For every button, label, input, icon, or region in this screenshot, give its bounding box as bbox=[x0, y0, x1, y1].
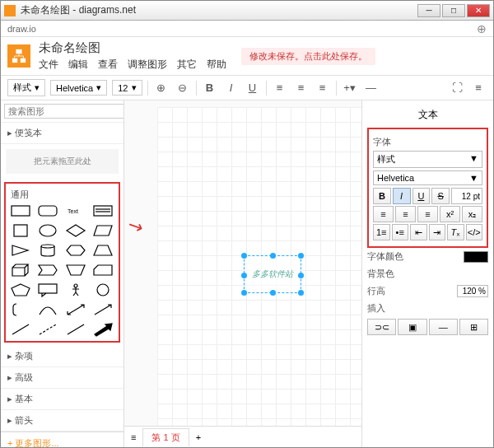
resize-handle[interactable] bbox=[241, 273, 247, 278]
clear-format[interactable]: Tₓ bbox=[447, 224, 464, 240]
subscript-button[interactable]: x₂ bbox=[462, 206, 482, 222]
shape-hexagon[interactable] bbox=[64, 242, 87, 259]
zoom-in-icon[interactable]: ⊕ bbox=[153, 80, 170, 96]
close-button[interactable]: ✕ bbox=[467, 4, 490, 17]
style-select[interactable]: 样式 ▾ bbox=[7, 79, 45, 96]
minimize-button[interactable]: ─ bbox=[417, 4, 440, 17]
underline-icon[interactable]: U bbox=[245, 80, 261, 96]
selected-shape[interactable]: 多多软件站 bbox=[244, 255, 301, 293]
fontsize-select[interactable]: 12 ▾ bbox=[112, 80, 142, 96]
maximize-button[interactable]: □ bbox=[442, 4, 465, 17]
fontfamily-select[interactable]: Helvetica▼ bbox=[373, 170, 482, 185]
style-select-panel[interactable]: 样式▼ bbox=[373, 151, 482, 168]
shape-line2[interactable] bbox=[64, 321, 87, 338]
shape-arrow1[interactable] bbox=[91, 301, 114, 318]
unsaved-warning[interactable]: 修改未保存。点击此处保存。 bbox=[241, 48, 375, 65]
advanced-section[interactable]: ▸ 高级 bbox=[1, 367, 124, 389]
halign-right[interactable]: ≡ bbox=[417, 206, 438, 222]
document-title[interactable]: 未命名绘图 bbox=[39, 40, 226, 56]
line-icon[interactable]: — bbox=[363, 80, 380, 96]
shape-text[interactable]: Text bbox=[64, 203, 87, 219]
resize-handle[interactable] bbox=[298, 273, 304, 278]
shape-step[interactable] bbox=[36, 262, 59, 278]
search-input[interactable] bbox=[4, 104, 124, 119]
resize-handle[interactable] bbox=[270, 253, 276, 259]
align-center-icon[interactable]: ≡ bbox=[293, 80, 310, 96]
shape-actor[interactable] bbox=[64, 282, 87, 298]
shape-arrow2[interactable] bbox=[64, 301, 87, 318]
insert-table[interactable]: ⊞ bbox=[459, 319, 488, 335]
shape-textbox[interactable] bbox=[91, 203, 114, 219]
basic-section[interactable]: ▸ 基本 bbox=[1, 389, 124, 410]
shape-ellipse[interactable] bbox=[36, 222, 59, 239]
shape-rect[interactable] bbox=[9, 203, 32, 219]
bold-icon[interactable]: B bbox=[202, 80, 218, 96]
shape-roundrect[interactable] bbox=[36, 203, 59, 219]
menu-view[interactable]: 查看 bbox=[98, 58, 118, 72]
list-unordered[interactable]: •≡ bbox=[392, 224, 409, 240]
font-select[interactable]: Helvetica ▾ bbox=[50, 80, 107, 96]
italic-button[interactable]: I bbox=[393, 188, 411, 204]
italic-icon[interactable]: I bbox=[223, 80, 240, 96]
tab-page1[interactable]: 第 1 页 bbox=[142, 428, 189, 446]
outdent-button[interactable]: ⇤ bbox=[410, 224, 427, 240]
fontcolor-swatch[interactable] bbox=[464, 251, 488, 263]
strike-button[interactable]: S bbox=[431, 188, 450, 204]
fullscreen-icon[interactable]: ⛶ bbox=[449, 80, 465, 96]
shape-curve[interactable] bbox=[36, 301, 59, 318]
shape-pentagon[interactable] bbox=[9, 282, 32, 298]
menu-file[interactable]: 文件 bbox=[39, 58, 58, 72]
insert-image[interactable]: ▣ bbox=[398, 319, 426, 335]
drop-area[interactable]: 把元素拖至此处 bbox=[6, 149, 119, 174]
menu-help[interactable]: 帮助 bbox=[207, 58, 226, 72]
lineheight-input[interactable] bbox=[457, 285, 488, 297]
shape-bracket[interactable] bbox=[9, 301, 32, 318]
menu-edit[interactable]: 编辑 bbox=[68, 58, 88, 72]
menu-adjust[interactable]: 调整图形 bbox=[128, 58, 167, 72]
general-section[interactable]: 通用 bbox=[9, 187, 115, 203]
shape-cylinder[interactable] bbox=[36, 242, 59, 259]
shape-diamond[interactable] bbox=[64, 222, 87, 239]
shape-dashline[interactable] bbox=[36, 321, 59, 338]
halign-left[interactable]: ≡ bbox=[373, 206, 394, 222]
bold-button[interactable]: B bbox=[373, 188, 391, 204]
plus-icon[interactable]: +▾ bbox=[342, 80, 358, 96]
menu-icon[interactable]: ≡ bbox=[470, 80, 487, 96]
align-left-icon[interactable]: ≡ bbox=[272, 80, 288, 96]
shape-cube[interactable] bbox=[9, 262, 32, 278]
insert-hr[interactable]: — bbox=[429, 319, 458, 335]
tabs-menu-icon[interactable]: ≡ bbox=[131, 432, 136, 442]
list-ordered[interactable]: 1≡ bbox=[373, 224, 390, 240]
canvas[interactable]: 多多软件站 bbox=[157, 107, 361, 426]
resize-handle[interactable] bbox=[298, 290, 304, 296]
add-page-button[interactable]: + bbox=[196, 432, 201, 442]
resize-handle[interactable] bbox=[298, 253, 304, 259]
resize-handle[interactable] bbox=[241, 290, 247, 296]
shape-triangle[interactable] bbox=[9, 242, 32, 259]
underline-button[interactable]: U bbox=[412, 188, 431, 204]
misc-section[interactable]: ▸ 杂项 bbox=[1, 346, 124, 367]
resize-handle[interactable] bbox=[241, 253, 247, 259]
logo-icon[interactable] bbox=[7, 44, 30, 68]
insert-link[interactable]: ⊃⊂ bbox=[367, 319, 396, 335]
shape-parallelogram[interactable] bbox=[91, 222, 114, 239]
resize-handle[interactable] bbox=[270, 290, 276, 296]
shape-trapezoid[interactable] bbox=[91, 242, 114, 259]
superscript-button[interactable]: x² bbox=[440, 206, 460, 222]
html-button[interactable]: </> bbox=[466, 224, 483, 240]
more-shapes[interactable]: + 更多图形... bbox=[1, 432, 124, 447]
shape-circle[interactable] bbox=[91, 282, 114, 298]
shape-card[interactable] bbox=[91, 262, 114, 278]
zoom-out-icon[interactable]: ⊖ bbox=[175, 80, 191, 96]
halign-center[interactable]: ≡ bbox=[395, 206, 416, 222]
shape-callout[interactable] bbox=[36, 282, 59, 298]
fontsize-input[interactable] bbox=[451, 188, 482, 204]
align-right-icon[interactable]: ≡ bbox=[315, 80, 331, 96]
shape-line[interactable] bbox=[9, 321, 32, 338]
arrows-section[interactable]: ▸ 箭头 bbox=[1, 410, 124, 432]
language-icon[interactable]: ⊕ bbox=[477, 22, 487, 35]
shape-square[interactable] bbox=[9, 222, 32, 239]
shape-thickarrow[interactable] bbox=[91, 321, 114, 338]
scratchpad-section[interactable]: ▸ 便笺本 bbox=[1, 123, 124, 144]
shape-trap2[interactable] bbox=[64, 262, 87, 278]
